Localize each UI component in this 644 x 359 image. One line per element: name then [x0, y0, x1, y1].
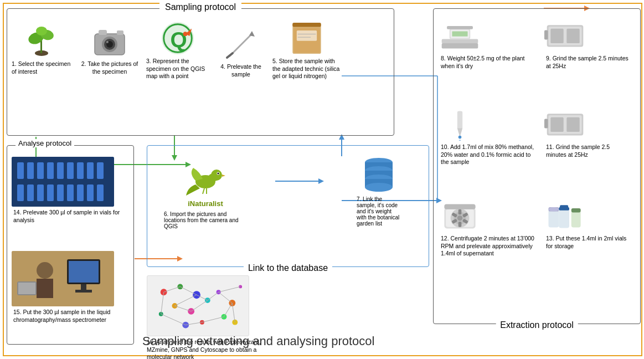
svg-line-151	[161, 314, 186, 325]
centrifuge-icon	[439, 197, 481, 233]
step-6-label: 6. Import the pictures and locations fro…	[164, 211, 247, 229]
svg-line-142	[180, 286, 197, 295]
svg-point-74	[211, 170, 222, 181]
svg-point-131	[188, 308, 194, 315]
step-2: 2. Take the pictures of the specimen	[76, 23, 143, 75]
step-9-label: 9. Grind the sample 2.5 minutes at 25Hz	[544, 55, 633, 70]
svg-rect-45	[17, 162, 24, 179]
svg-point-101	[459, 140, 461, 141]
step-4: 4. Prelevate the sample	[213, 25, 269, 78]
step-4-label: 4. Prelevate the sample	[213, 63, 269, 78]
step-11: 11. Grind the sample 2.5 minutes at 25Hz	[544, 106, 633, 158]
svg-point-21	[36, 27, 47, 35]
svg-rect-126	[571, 208, 581, 212]
svg-rect-112	[458, 209, 462, 214]
svg-rect-50	[67, 162, 74, 179]
svg-rect-55	[27, 184, 34, 201]
svg-rect-47	[37, 162, 44, 179]
qgis-icon: Q	[158, 20, 197, 56]
main-container: Sampling protocol 1. Select the specimen…	[3, 3, 642, 356]
svg-rect-39	[292, 23, 321, 27]
step-9: 9. Grind the sample 2.5 minutes at 25Hz	[544, 17, 633, 70]
svg-rect-53	[97, 162, 104, 179]
database-icon-box: 7. Link the sample, it's code and it's w…	[357, 154, 401, 227]
svg-line-145	[191, 300, 208, 311]
svg-line-149	[202, 317, 224, 322]
svg-rect-98	[457, 111, 462, 129]
svg-line-78	[203, 188, 204, 194]
step-14-label: 14. Prelevate 300 µl of sample in vials …	[12, 209, 133, 224]
svg-rect-96	[566, 29, 579, 43]
svg-line-152	[161, 292, 164, 314]
svg-rect-58	[57, 184, 64, 201]
step-12: 12. Centrifugate 2 minutes at 13'000 RPM…	[439, 197, 536, 258]
svg-rect-62	[97, 184, 104, 201]
svg-rect-54	[17, 184, 24, 201]
svg-rect-104	[550, 117, 563, 132]
svg-rect-52	[87, 162, 94, 179]
svg-rect-87	[442, 39, 478, 44]
step-10: 10. Add 1.7ml of mix 80% methanol, 20% w…	[439, 106, 536, 166]
step-8-label: 8. Weight 50±2.5 mg of the plant when it…	[439, 55, 536, 70]
svg-rect-56	[37, 184, 44, 201]
sampling-title: Sampling protocol	[159, 2, 241, 12]
svg-line-155	[219, 286, 241, 292]
svg-rect-115	[458, 222, 462, 227]
svg-rect-69	[37, 279, 53, 298]
step-3-label: 3. Represent the specimen on the QGIS ma…	[145, 58, 211, 80]
needle-icon	[221, 25, 260, 61]
svg-rect-124	[559, 207, 569, 211]
svg-rect-60	[77, 184, 84, 201]
svg-rect-66	[81, 284, 86, 290]
database-title: Link to the database	[244, 263, 332, 273]
pipette-icon	[439, 106, 481, 142]
svg-rect-97	[544, 30, 548, 40]
svg-rect-106	[544, 119, 548, 129]
svg-line-146	[208, 292, 219, 300]
svg-rect-123	[559, 208, 569, 228]
step-7-label: 7. Link the sample, it's code and it's w…	[357, 196, 401, 227]
svg-rect-91	[452, 31, 467, 36]
step-3: Q 3. Represent the specimen on the QGIS …	[145, 20, 211, 80]
step-15-label: 15. Put the 300 µl sample in the liquid …	[12, 309, 133, 324]
svg-rect-105	[566, 117, 579, 132]
sampling-box: Sampling protocol 1. Select the specimen…	[7, 8, 394, 136]
svg-point-86	[365, 183, 393, 192]
svg-rect-57	[47, 184, 54, 201]
svg-point-34	[183, 32, 188, 36]
step-15: 15. Put the 300 µl sample in the liquid …	[12, 251, 133, 324]
svg-rect-46	[27, 162, 34, 179]
svg-rect-59	[67, 184, 74, 201]
svg-line-37	[227, 53, 233, 58]
svg-rect-65	[69, 261, 99, 283]
vials-icon	[544, 197, 586, 233]
inaturalist-box: iNaturalist 6. Import the pictures and l…	[164, 160, 247, 229]
step-13: 13. Put these 1.4ml in 2ml vials for sto…	[544, 197, 633, 250]
svg-rect-125	[571, 210, 581, 227]
step-5: 5. Store the sample with the adapted tec…	[271, 20, 343, 80]
svg-rect-67	[75, 290, 92, 293]
svg-rect-95	[550, 29, 563, 43]
bag-icon	[287, 20, 326, 56]
svg-rect-71	[18, 283, 35, 294]
extraction-title: Extraction protocol	[496, 320, 578, 330]
svg-point-121	[549, 207, 559, 212]
step-8: 8. Weight 50±2.5 mg of the plant when it…	[439, 17, 536, 70]
svg-rect-90	[447, 26, 473, 29]
scale-icon	[439, 17, 481, 53]
svg-rect-119	[549, 209, 559, 227]
step-13-label: 13. Put these 1.4ml in 2ml vials for sto…	[544, 235, 633, 250]
extraction-box: Extraction protocol 8. Weight 50±2.5 mg …	[433, 8, 641, 324]
svg-line-148	[224, 303, 232, 317]
svg-rect-118	[444, 204, 475, 209]
analyse-title: Analyse protocol	[16, 139, 74, 147]
database-box: Link to the database	[147, 145, 429, 267]
svg-rect-92	[442, 43, 478, 48]
svg-rect-51	[77, 162, 84, 179]
inaturalist-label: iNaturalist	[164, 199, 247, 208]
step-11-label: 11. Grind the sample 2.5 minutes at 25Hz	[544, 143, 633, 158]
svg-point-68	[37, 262, 53, 279]
svg-line-144	[174, 306, 191, 311]
svg-rect-41	[297, 30, 317, 41]
analyse-box: Analyse protocol	[7, 145, 134, 345]
